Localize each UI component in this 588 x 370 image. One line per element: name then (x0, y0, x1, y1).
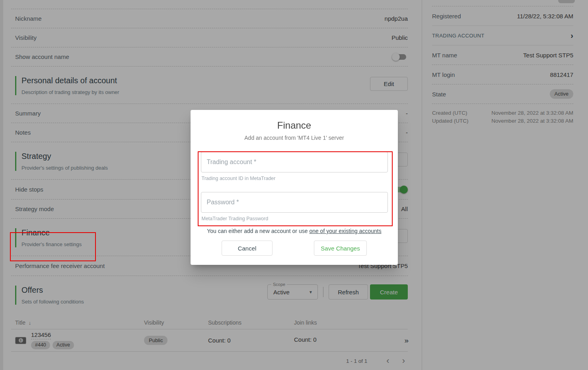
dialog-subtitle: Add an account from 'MT4 Live 1' server (191, 135, 398, 141)
password-input[interactable] (201, 192, 388, 213)
save-changes-button[interactable]: Save Changes (314, 241, 367, 256)
finance-dialog: Finance Add an account from 'MT4 Live 1'… (191, 110, 398, 265)
dialog-title: Finance (191, 119, 398, 131)
trading-account-helper: Trading account ID in MetaTrader (201, 176, 388, 182)
dialog-footnote: You can either add a new account or use … (191, 228, 398, 235)
footnote-text: You can either add a new account or use (207, 228, 309, 234)
dialog-buttons: Cancel Save Changes (191, 241, 398, 256)
password-helper: MetaTrader Trading Password (201, 216, 388, 222)
existing-accounts-link[interactable]: one of your existing accounts (309, 228, 381, 234)
cancel-button[interactable]: Cancel (222, 241, 273, 256)
trading-account-input[interactable] (201, 152, 388, 172)
